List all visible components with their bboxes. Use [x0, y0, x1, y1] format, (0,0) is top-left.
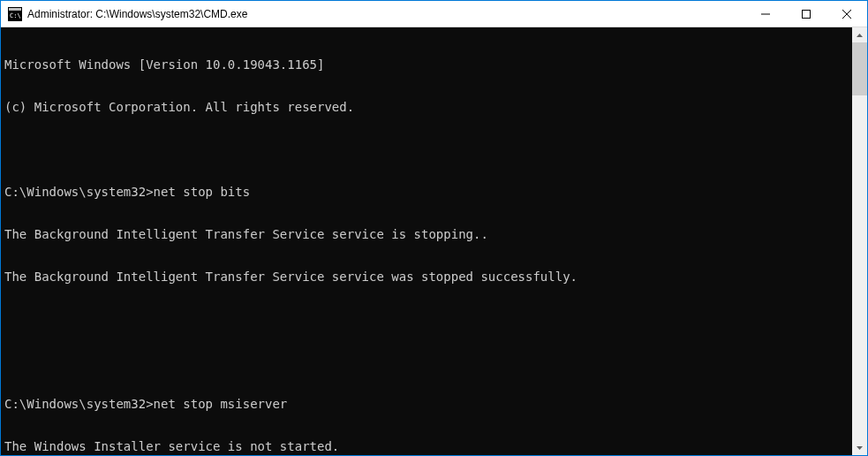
output-line: (c) Microsoft Corporation. All rights re…	[4, 100, 852, 114]
scroll-up-button[interactable]	[852, 27, 867, 42]
svg-marker-9	[857, 446, 863, 450]
close-button[interactable]	[826, 1, 867, 27]
output-line: The Background Intelligent Transfer Serv…	[4, 270, 852, 284]
svg-text:C:\: C:\	[10, 12, 21, 19]
output-line: Microsoft Windows [Version 10.0.19043.11…	[4, 57, 852, 72]
output-line: C:\Windows\system32>net stop bits	[4, 185, 852, 199]
output-line	[4, 312, 852, 326]
scrollbar-track[interactable]	[852, 42, 867, 440]
vertical-scrollbar[interactable]	[852, 27, 867, 455]
svg-rect-1	[9, 8, 21, 11]
output-line: The Windows Installer service is not sta…	[4, 439, 852, 453]
terminal-output[interactable]: Microsoft Windows [Version 10.0.19043.11…	[1, 27, 852, 455]
minimize-button[interactable]	[745, 1, 786, 27]
cmd-icon: C:\	[8, 7, 22, 21]
maximize-button[interactable]	[786, 1, 826, 27]
output-line: The Background Intelligent Transfer Serv…	[4, 227, 852, 241]
output-line	[4, 142, 852, 156]
scrollbar-thumb[interactable]	[852, 42, 867, 95]
window-title: Administrator: C:\Windows\system32\CMD.e…	[27, 8, 247, 20]
output-line	[4, 354, 852, 369]
output-line: C:\Windows\system32>net stop msiserver	[4, 397, 852, 411]
cmd-window: C:\ Administrator: C:\Windows\system32\C…	[1, 1, 867, 455]
client-area: Microsoft Windows [Version 10.0.19043.11…	[1, 27, 867, 455]
titlebar[interactable]: C:\ Administrator: C:\Windows\system32\C…	[1, 1, 867, 27]
scroll-down-button[interactable]	[852, 440, 867, 455]
svg-rect-5	[803, 10, 811, 18]
svg-marker-8	[857, 34, 863, 37]
